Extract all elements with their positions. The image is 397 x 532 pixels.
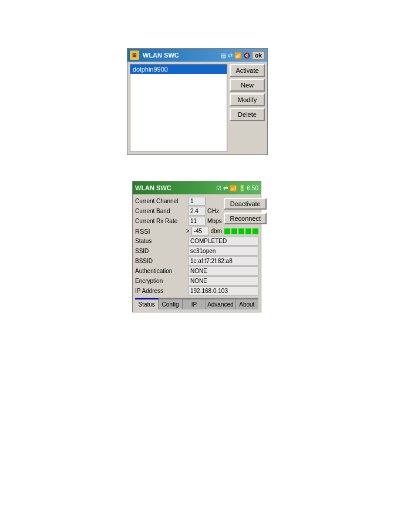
delete-button[interactable]: Delete [230, 108, 265, 121]
auth-label: Authentication [135, 268, 188, 274]
current-band-label: Current Band [135, 208, 188, 214]
current-rx-rate-unit: Mbps [207, 218, 221, 224]
bssid-label: BSSID [135, 258, 188, 264]
current-rx-rate-label: Current Rx Rate [135, 218, 188, 224]
signal-bar-2 [231, 228, 237, 234]
tab-ip[interactable]: IP [183, 298, 206, 309]
reconnect-button[interactable]: Reconnect [224, 213, 267, 224]
enc-label: Encryption [135, 278, 188, 284]
signal-icon: 📶 [234, 52, 241, 59]
doc-icon: ▤ [221, 52, 226, 59]
ssid-row: SSID sc31open [135, 247, 258, 255]
modify-button[interactable]: Modify [230, 93, 265, 106]
status-row: Status COMPLETED [135, 237, 258, 245]
titlebar1-icons: ▤ ⇄ 📶 🔇 ok [221, 51, 265, 60]
deactivate-button[interactable]: Deactivate [224, 198, 267, 210]
ip-row: IP Address 192.168.0.103 [135, 287, 258, 295]
ssid-label: SSID [135, 248, 188, 254]
rssi-row: RSSI > -45 dbm [135, 227, 258, 235]
new-button[interactable]: New [230, 79, 265, 92]
auth-value: NONE [188, 267, 258, 275]
window1-body: dolphin9900 Activate New Modify Delete [127, 62, 267, 154]
tab-bar: Status Config IP Advanced About [135, 298, 258, 309]
rssi-unit: dbm [211, 228, 222, 234]
signal-bar-5 [253, 228, 258, 234]
status-label: Status [135, 238, 188, 244]
current-rx-rate-row: Current Rx Rate 11 Mbps [135, 217, 221, 225]
tab-about[interactable]: About [235, 298, 258, 309]
current-band-unit: GHz [207, 208, 219, 214]
titlebar2-icons: ☑ ⇄ 📶 🔋 6:50 [216, 185, 258, 191]
ip-label: IP Address [135, 288, 188, 294]
current-band-value: 2.4 [188, 207, 206, 216]
ssid-value: sc31open [188, 247, 258, 255]
tab-config[interactable]: Config [159, 298, 182, 309]
profile-item[interactable]: dolphin9900 [130, 65, 227, 74]
current-rx-rate-value: 11 [188, 217, 206, 225]
app-logo: ⊞ [130, 50, 139, 60]
current-channel-row: Current Channel 1 [135, 197, 221, 206]
signal-icon2: 📶 [230, 185, 237, 191]
wlan-swc-window2: WLAN SWC ☑ ⇄ 📶 🔋 6:50 Current Channel 1 … [132, 181, 261, 312]
arrows-icon2: ⇄ [223, 185, 228, 191]
tab-advanced[interactable]: Advanced [206, 298, 235, 309]
status-value: COMPLETED [188, 237, 258, 245]
signal-bar-1 [224, 228, 230, 234]
signal-bars [224, 228, 258, 234]
current-band-row: Current Band 2.4 GHz [135, 207, 221, 216]
wlan-swc-window1: ⊞ WLAN SWC ▤ ⇄ 📶 🔇 ok dolphin9900 Activa… [127, 48, 268, 155]
signal-bar-3 [238, 228, 244, 234]
profile-list: dolphin9900 [130, 64, 227, 152]
time-display: 6:50 [247, 185, 258, 191]
check-icon: ☑ [216, 185, 221, 191]
action-buttons: Activate New Modify Delete [230, 64, 265, 152]
ip-value: 192.168.0.103 [188, 287, 258, 295]
current-channel-value: 1 [188, 197, 206, 206]
enc-row: Encryption NONE [135, 277, 258, 285]
rssi-gt: > [186, 228, 190, 234]
rssi-label: RSSI [135, 228, 186, 235]
bssid-value: 1c:af:f7:2f:82:a8 [188, 257, 258, 265]
activate-button[interactable]: Activate [230, 64, 265, 77]
ok-button[interactable]: ok [252, 51, 265, 60]
titlebar1: ⊞ WLAN SWC ▤ ⇄ 📶 🔇 ok [127, 49, 267, 62]
enc-value: NONE [188, 277, 258, 285]
window2-body: Current Channel 1 Current Band 2.4 GHz C… [133, 194, 261, 312]
arrows-icon: ⇄ [228, 52, 233, 59]
rssi-value: -45 [191, 227, 209, 235]
window2-title: WLAN SWC [135, 184, 214, 191]
bssid-row: BSSID 1c:af:f7:2f:82:a8 [135, 257, 258, 265]
bat-icon: 🔋 [238, 185, 245, 191]
titlebar2: WLAN SWC ☑ ⇄ 📶 🔋 6:50 [133, 181, 261, 194]
auth-row: Authentication NONE [135, 267, 258, 275]
current-channel-label: Current Channel [135, 198, 188, 204]
volume-icon: 🔇 [243, 52, 250, 59]
signal-bar-4 [245, 228, 251, 234]
tab-status[interactable]: Status [135, 298, 159, 309]
window1-title: WLAN SWC [143, 52, 217, 59]
